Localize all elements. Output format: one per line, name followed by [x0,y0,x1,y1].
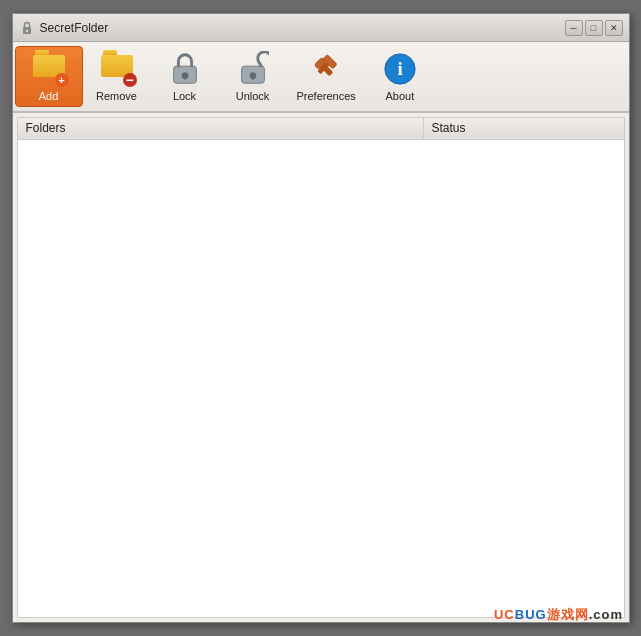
watermark-chinese: 游戏网 [547,607,589,622]
table-body [18,140,624,617]
preferences-icon [308,51,344,87]
title-bar-left: SecretFolder [19,20,109,36]
title-bar: SecretFolder ─ □ ✕ [13,14,629,42]
unlock-button[interactable]: Unlock [219,46,287,107]
svg-point-1 [25,29,27,31]
unlock-label: Unlock [236,90,270,102]
watermark-bug: BUG [515,607,547,622]
about-icon: i [382,51,418,87]
remove-icon: − [99,51,135,87]
about-button[interactable]: i About [366,46,434,107]
add-icon: + [31,51,67,87]
lock-button[interactable]: Lock [151,46,219,107]
remove-button[interactable]: − Remove [83,46,151,107]
title-controls: ─ □ ✕ [565,20,623,36]
content-area: Folders Status [17,117,625,618]
preferences-label: Preferences [297,90,356,102]
restore-button[interactable]: □ [585,20,603,36]
toolbar: + Add − Remove [13,42,629,113]
close-button[interactable]: ✕ [605,20,623,36]
folders-column-header: Folders [18,118,424,139]
remove-label: Remove [96,90,137,102]
svg-rect-7 [251,75,254,80]
watermark-com: .com [589,607,623,622]
minimize-button[interactable]: ─ [565,20,583,36]
svg-rect-4 [183,75,186,80]
title-text: SecretFolder [40,21,109,35]
title-icon [19,20,35,36]
about-label: About [385,90,414,102]
add-label: Add [39,90,59,102]
lock-icon [167,51,203,87]
table-header: Folders Status [18,118,624,140]
unlock-icon [235,51,271,87]
watermark-uc: UC [494,607,515,622]
preferences-button[interactable]: Preferences [287,46,366,107]
status-column-header: Status [424,118,624,139]
svg-text:i: i [397,58,402,79]
lock-label: Lock [173,90,196,102]
main-window: SecretFolder ─ □ ✕ + Add [12,13,630,623]
add-button[interactable]: + Add [15,46,83,107]
watermark: UCBUG游戏网.com [494,606,623,624]
